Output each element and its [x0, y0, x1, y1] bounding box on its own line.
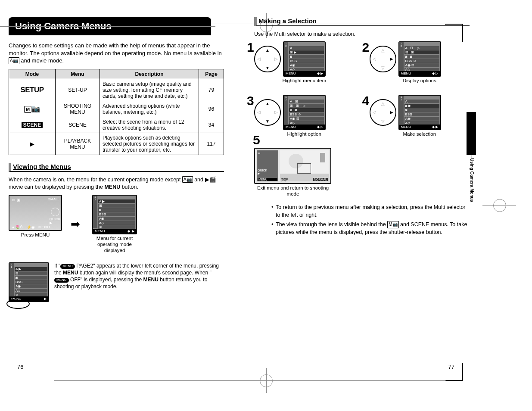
menu-badge-icon: MENU [54, 278, 69, 283]
table-row: ▶ PLAYBACK MENU Playback options such as… [9, 133, 224, 155]
intro-text: Changes to some settings can be made wit… [9, 42, 224, 65]
lcd-mock-icons: ▭ ▣ SMALL QUICK▶ ▲🌷⏱ ⚡◉ MENU [9, 195, 62, 231]
m-mode-icon: M [24, 106, 31, 113]
registration-mark-right [493, 199, 506, 212]
page-number-right: 77 [448, 364, 454, 370]
auto-mode-icon: A📷 [9, 57, 19, 64]
step-1: 1 ▲▼◁▷ 12 A⊞ ▶◙BSSA◉A◇≋ MENU◆ ▶ Highligh… [254, 41, 355, 84]
selection-sub: Use the Multi selector to make a selecti… [254, 31, 470, 38]
m-mode-icon: M📷 [387, 221, 398, 228]
th-page: Page [199, 69, 224, 79]
crop-line-bot [54, 380, 446, 381]
multi-selector-icon: △▽◁▶ [370, 99, 396, 126]
mode-table: Mode Menu Description Page SETUP SET-UP … [9, 69, 224, 155]
page-left: Using Camera Menus Changes to some setti… [9, 17, 224, 312]
table-row: SETUP SET-UP Basic camera setup (image q… [9, 79, 224, 101]
playback-icon: ▶ [30, 140, 34, 147]
camera-icon: 📷 [31, 105, 40, 112]
step-number: 3 [247, 93, 254, 108]
notes-list: To return to the previous menu after mak… [254, 203, 470, 237]
step-number: 2 [362, 40, 370, 55]
page-title: Using Camera Menus [9, 17, 211, 35]
step-3: 3 ▲▼◁▷ 12 A ⊡⊞ ⊞ ▷◙ ◙BSS ☺A◉ ⊞A◇≋ MENU◆ … [254, 95, 355, 137]
section-heading-viewing: Viewing the Menus [9, 163, 224, 172]
th-menu: Menu [56, 69, 100, 79]
multi-selector-icon: ▲▼◁▷ [254, 46, 281, 72]
table-row: SCENE SCENE Select the scene from a menu… [9, 117, 224, 133]
page-number-left: 76 [17, 364, 23, 370]
multi-selector-icon: △▽◁▶ [370, 46, 396, 72]
viewing-text: When the camera is on, the menu for the … [9, 176, 224, 191]
note-item: The view through the lens is visible beh… [271, 221, 470, 236]
step-4: 4 △▽◁▶ 12 A◙ ▶◙BSSA◉A◇≋ MENU◆ ▶ Make sel… [370, 95, 470, 137]
note-item: To return to the previous menu after mak… [271, 203, 470, 219]
step-2: 2 △▽◁▶ 12 A ⊡ ▷⊞ ⊞◙ ◙BSS ☺A◉ ⊞A◇≋ MENU◆ … [370, 41, 470, 84]
auto-mode-icon: A📷 [182, 176, 193, 183]
th-desc: Description [100, 69, 199, 79]
step-number: 4 [362, 93, 370, 108]
step-5: 5 ▭ QUICK▶ MENU NORMAL [20]P [254, 148, 332, 197]
step-number: 1 [247, 40, 254, 55]
page2-text: If "MENU PAGE2" appears at the lower lef… [54, 262, 224, 312]
figure-menu-displayed: 12 A ▶⊞◙BSSA◉A◇≋ MENU◆ ▶ Menu for curren… [89, 195, 140, 253]
step-number: 5 [253, 133, 260, 147]
arrow-icon: ➡ [71, 218, 80, 231]
registration-mark-bot [260, 374, 273, 387]
section-heading-selection: Making a Selection [254, 17, 470, 26]
movie-icon: ▶🎬 [205, 177, 216, 183]
lcd-mock-page2: 12 A ▶⊞◙BSSA◉A◇≋ MENU▶ [9, 262, 49, 302]
menu-badge-icon: MENU [60, 264, 75, 269]
lcd-mock-menu: 12 A ▶⊞◙BSSA◉A◇≋ MENU◆ ▶ [92, 195, 137, 234]
th-mode: Mode [9, 69, 56, 79]
table-row: M📷 SHOOTING MENU Advanced shooting optio… [9, 101, 224, 117]
page-right: Making a Selection Use the Multi selecto… [254, 17, 470, 312]
scene-mode-icon: SCENE [22, 122, 43, 128]
multi-selector-icon: ▲▼◁▷ [254, 99, 281, 126]
figure-press-menu: ▭ ▣ SMALL QUICK▶ ▲🌷⏱ ⚡◉ MENU Press MENU [9, 195, 62, 238]
side-index-text: Menu Guide—Using Camera Menus [470, 129, 474, 202]
lcd-mock-exit: ▭ QUICK▶ MENU NORMAL [20]P [254, 148, 331, 184]
